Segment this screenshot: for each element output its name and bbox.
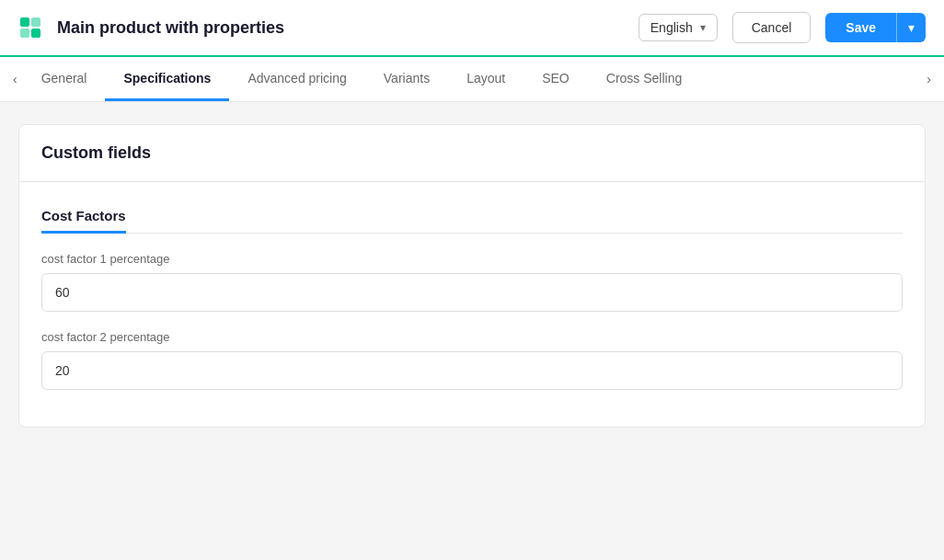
cost-factor-2-input[interactable]	[41, 351, 903, 390]
tab-advanced-pricing[interactable]: Advanced pricing	[229, 58, 364, 101]
cost-factor-1-input[interactable]	[41, 273, 903, 312]
tab-layout[interactable]: Layout	[448, 58, 524, 101]
main-content: Custom fields Cost Factors cost factor 1…	[0, 102, 944, 560]
page-title: Main product with properties	[57, 18, 624, 38]
tab-cross-selling[interactable]: Cross Selling	[588, 58, 700, 101]
nav-tabs: General Specifications Advanced pricing …	[23, 58, 922, 101]
field-label-1: cost factor 1 percentage	[41, 252, 903, 266]
language-label: English	[650, 20, 693, 35]
inner-tabs: Cost Factors	[41, 200, 903, 234]
svg-rect-2	[20, 29, 29, 38]
field-label-2: cost factor 2 percentage	[41, 330, 903, 344]
svg-rect-0	[20, 17, 29, 27]
nav-next-arrow[interactable]: ›	[921, 57, 937, 101]
field-group-1: cost factor 1 percentage	[41, 252, 903, 312]
app-logo-icon	[18, 16, 42, 40]
chevron-down-icon: ▾	[700, 21, 706, 34]
header: Main product with properties English ▾ C…	[0, 0, 944, 57]
card-body: Cost Factors cost factor 1 percentage co…	[19, 182, 925, 427]
tab-general[interactable]: General	[23, 58, 106, 101]
custom-fields-card: Custom fields Cost Factors cost factor 1…	[18, 124, 926, 428]
svg-rect-3	[31, 29, 40, 38]
nav-tabs-bar: ‹ General Specifications Advanced pricin…	[0, 57, 944, 102]
nav-prev-arrow[interactable]: ‹	[7, 57, 23, 101]
tab-variants[interactable]: Variants	[365, 58, 448, 101]
card-header: Custom fields	[19, 125, 925, 182]
card-title: Custom fields	[41, 143, 151, 162]
language-selector[interactable]: English ▾	[639, 14, 718, 41]
cancel-button[interactable]: Cancel	[732, 12, 812, 43]
save-dropdown-button[interactable]: ▾	[896, 13, 926, 42]
tab-specifications[interactable]: Specifications	[105, 58, 229, 101]
inner-tab-cost-factors[interactable]: Cost Factors	[41, 200, 126, 234]
tab-seo[interactable]: SEO	[524, 58, 588, 101]
save-button[interactable]: Save	[825, 13, 896, 42]
chevron-down-icon: ▾	[908, 20, 915, 35]
svg-rect-1	[31, 17, 40, 27]
field-group-2: cost factor 2 percentage	[41, 330, 903, 390]
save-button-group: Save ▾	[825, 13, 926, 42]
